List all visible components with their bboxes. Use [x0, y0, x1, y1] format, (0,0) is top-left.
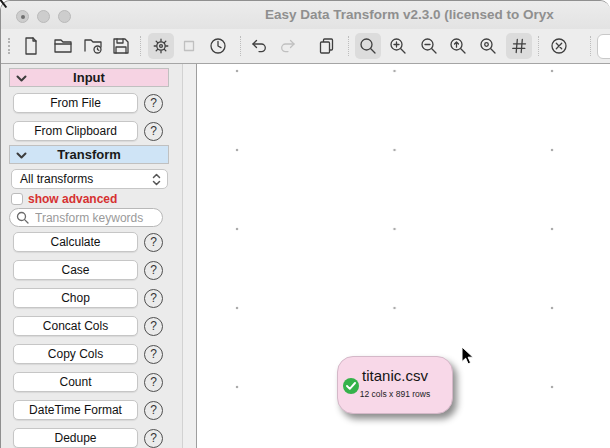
- transform-button-datetime-format[interactable]: DateTime Format: [13, 400, 138, 420]
- show-advanced-label: show advanced: [28, 192, 117, 206]
- zoom-window-button[interactable]: [58, 10, 71, 23]
- open-recent-icon: [83, 36, 103, 56]
- toolbar: [1, 29, 610, 64]
- traffic-lights: [16, 10, 71, 23]
- help-button[interactable]: ?: [144, 345, 163, 364]
- toolbar-separator: [538, 36, 539, 56]
- duplicate-button[interactable]: [313, 33, 339, 59]
- new-document-icon: [21, 36, 41, 56]
- run-gear-icon: [151, 36, 171, 56]
- transform-filter-dropdown[interactable]: All transforms: [11, 169, 168, 189]
- transform-button-copy-cols[interactable]: Copy Cols: [13, 344, 138, 364]
- search-button[interactable]: [355, 33, 381, 59]
- toggle-grid-button[interactable]: [506, 33, 532, 59]
- save-icon: [111, 36, 131, 56]
- undo-icon: [249, 36, 269, 56]
- search-icon: [358, 36, 378, 56]
- chevron-down-icon: [16, 152, 27, 160]
- from-file-button[interactable]: From File: [13, 93, 138, 113]
- toolbar-drag-handle[interactable]: [8, 38, 10, 54]
- stop-button[interactable]: [176, 33, 202, 59]
- app-window: Easy Data Transform v2.3.0 (licensed to …: [0, 0, 610, 448]
- help-button[interactable]: ?: [144, 261, 163, 280]
- help-button[interactable]: ?: [144, 429, 163, 448]
- minimize-window-button[interactable]: [37, 10, 50, 23]
- open-file-button[interactable]: [50, 33, 76, 59]
- help-button[interactable]: ?: [144, 289, 163, 308]
- save-button[interactable]: [108, 33, 134, 59]
- search-icon: [16, 211, 29, 224]
- cancel-icon: [549, 36, 569, 56]
- section-title: Transform: [10, 147, 168, 162]
- clock-icon: [208, 36, 228, 56]
- stepper-arrows-icon: [152, 173, 161, 186]
- redo-icon: [278, 36, 298, 56]
- zoom-100-button[interactable]: [445, 33, 471, 59]
- window-title: Easy Data Transform v2.3.0 (licensed to …: [265, 7, 610, 22]
- zoom-out-button[interactable]: [416, 33, 442, 59]
- stop-icon: [179, 36, 199, 56]
- zoom-in-icon: [388, 36, 408, 56]
- title-bar: Easy Data Transform v2.3.0 (licensed to …: [1, 1, 610, 29]
- transform-button-case[interactable]: Case: [13, 260, 138, 280]
- duplicate-icon: [316, 36, 336, 56]
- new-document-button[interactable]: [18, 33, 44, 59]
- redo-button[interactable]: [275, 33, 301, 59]
- close-window-button[interactable]: [16, 10, 29, 23]
- toolbar-partial-control[interactable]: [597, 34, 610, 59]
- sidebar-scrollbar-track[interactable]: [182, 64, 196, 448]
- help-button[interactable]: ?: [144, 122, 163, 141]
- undo-button[interactable]: [246, 33, 272, 59]
- left-panel: Input From File ? From Clipboard ? Trans…: [1, 64, 197, 448]
- transform-button-count[interactable]: Count: [13, 372, 138, 392]
- transform-button-dedupe[interactable]: Dedupe: [13, 428, 138, 448]
- workspace-canvas[interactable]: titanic.csv 12 cols x 891 rows: [197, 64, 610, 448]
- transform-button-concat-cols[interactable]: Concat Cols: [13, 316, 138, 336]
- dropdown-value: All transforms: [20, 172, 93, 186]
- transform-search-field[interactable]: [9, 208, 163, 227]
- status-ok-icon: [343, 378, 359, 394]
- help-button[interactable]: ?: [144, 317, 163, 336]
- zoom-out-icon: [419, 36, 439, 56]
- zoom-100-icon: [448, 36, 468, 56]
- zoom-reset-icon: [478, 36, 498, 56]
- show-advanced-checkbox[interactable]: [11, 193, 23, 205]
- help-button[interactable]: ?: [144, 373, 163, 392]
- toolbar-separator: [590, 36, 591, 56]
- from-clipboard-button[interactable]: From Clipboard: [13, 121, 138, 141]
- help-button[interactable]: ?: [144, 401, 163, 420]
- node-titanic-csv[interactable]: titanic.csv 12 cols x 891 rows: [337, 356, 453, 414]
- open-folder-icon: [53, 36, 73, 56]
- section-header-transform[interactable]: Transform: [9, 145, 169, 164]
- zoom-reset-button[interactable]: [475, 33, 501, 59]
- grid-icon: [509, 36, 529, 56]
- mouse-cursor: [461, 346, 475, 366]
- toolbar-separator: [348, 36, 349, 56]
- toolbar-separator: [240, 36, 241, 56]
- zoom-in-button[interactable]: [385, 33, 411, 59]
- search-input[interactable]: [33, 210, 156, 226]
- section-header-input[interactable]: Input: [9, 68, 169, 87]
- cancel-button[interactable]: [546, 33, 572, 59]
- section-title: Input: [10, 70, 168, 85]
- transform-button-chop[interactable]: Chop: [13, 288, 138, 308]
- toolbar-separator: [140, 36, 141, 56]
- open-recent-button[interactable]: [80, 33, 106, 59]
- help-button[interactable]: ?: [144, 94, 163, 113]
- run-button[interactable]: [148, 33, 174, 59]
- schedule-button[interactable]: [205, 33, 231, 59]
- transform-button-calculate[interactable]: Calculate: [13, 232, 138, 252]
- help-button[interactable]: ?: [144, 233, 163, 252]
- chevron-down-icon: [16, 75, 27, 83]
